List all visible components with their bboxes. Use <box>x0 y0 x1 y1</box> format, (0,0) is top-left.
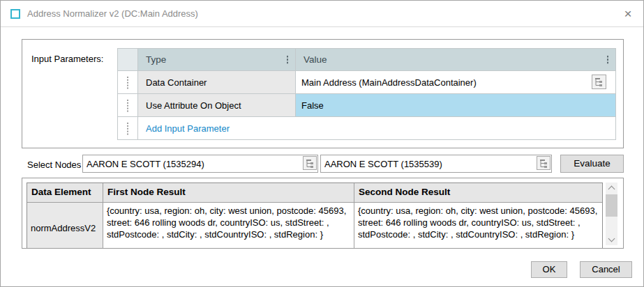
chevron-down-icon <box>608 235 615 242</box>
results-header-first-node[interactable]: First Node Result <box>103 183 354 202</box>
input-parameters-group: Input Parameters: Type Value Data Contai… <box>22 39 624 148</box>
column-header-type-label: Type <box>146 54 166 65</box>
scroll-up-icon[interactable] <box>606 183 617 194</box>
drag-dots-icon <box>126 76 129 89</box>
param-type-label: Data Container <box>146 77 207 88</box>
param-value-label: Main Address (MainAddressDataContainer) <box>301 77 477 88</box>
input-parameters-label: Input Parameters: <box>31 54 103 64</box>
handle-column-header <box>118 49 137 70</box>
param-value-cell-selected[interactable]: False <box>296 94 615 116</box>
evaluate-button[interactable]: Evaluate <box>560 155 624 173</box>
chevron-up-icon <box>608 186 615 193</box>
drag-dots-icon <box>126 122 129 135</box>
result-second-node-cell: {country: usa, region: oh, city: west un… <box>354 203 602 248</box>
column-header-type[interactable]: Type <box>138 49 295 70</box>
cancel-button[interactable]: Cancel <box>580 261 632 278</box>
tree-icon <box>539 159 548 168</box>
drag-dots-icon <box>126 99 129 112</box>
param-value-label: False <box>301 100 324 111</box>
window-title: Address Normalizer v2 (DC:Main Address) <box>27 8 198 19</box>
results-clip: Data Element First Node Result Second No… <box>27 183 603 248</box>
results-header-data-element[interactable]: Data Element <box>27 183 103 202</box>
tree-icon <box>306 159 315 168</box>
scroll-down-icon[interactable] <box>606 234 617 245</box>
ok-button[interactable]: OK <box>531 261 567 278</box>
select-nodes-label: Select Nodes <box>27 160 81 170</box>
tree-icon <box>594 77 604 86</box>
app-icon <box>10 9 20 19</box>
second-node-field <box>320 155 552 173</box>
column-menu-icon[interactable] <box>286 55 289 64</box>
address-normalizer-dialog: Address Normalizer v2 (DC:Main Address) … <box>0 0 644 287</box>
results-table: Data Element First Node Result Second No… <box>27 183 603 248</box>
close-icon[interactable]: × <box>618 4 638 24</box>
param-type-label: Use Attribute On Object <box>146 100 241 111</box>
first-node-input[interactable] <box>82 155 318 173</box>
scrollbar-thumb[interactable] <box>606 194 617 217</box>
first-node-picker-button[interactable] <box>303 156 317 170</box>
add-input-parameter-row: Add Input Parameter <box>138 117 615 139</box>
second-node-picker-button[interactable] <box>537 156 551 170</box>
data-container-picker-button[interactable] <box>592 75 606 89</box>
results-header-second-node[interactable]: Second Node Result <box>354 183 602 202</box>
row-drag-handle[interactable] <box>118 117 137 139</box>
add-input-parameter-link[interactable]: Add Input Parameter <box>146 123 230 134</box>
input-parameters-table: Type Value Data Container Main Address (… <box>117 48 616 140</box>
first-node-field <box>82 155 318 173</box>
param-value-cell[interactable]: Main Address (MainAddressDataContainer) <box>296 71 615 93</box>
row-drag-handle[interactable] <box>118 71 137 93</box>
result-data-element-cell: normAddressV2 <box>27 203 103 248</box>
column-header-value[interactable]: Value <box>296 49 615 70</box>
titlebar: Address Normalizer v2 (DC:Main Address) … <box>1 1 643 27</box>
column-menu-icon[interactable] <box>606 55 609 64</box>
results-scrollbar[interactable] <box>606 183 617 245</box>
row-drag-handle[interactable] <box>118 94 137 116</box>
second-node-input[interactable] <box>320 155 552 173</box>
column-header-value-label: Value <box>304 54 327 65</box>
result-first-node-cell: {country: usa, region: oh, city: west un… <box>103 203 354 248</box>
results-panel: Data Element First Node Result Second No… <box>22 178 624 249</box>
param-type-cell[interactable]: Data Container <box>138 71 295 93</box>
param-type-cell[interactable]: Use Attribute On Object <box>138 94 295 116</box>
